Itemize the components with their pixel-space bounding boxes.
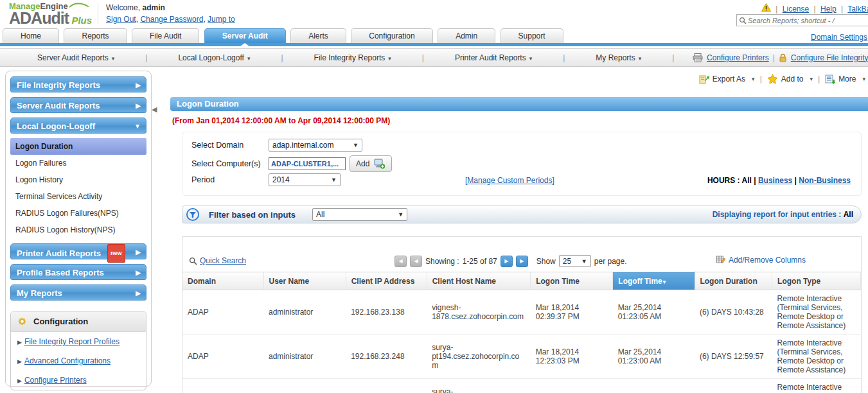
search-input[interactable]	[747, 16, 865, 25]
domain-settings-link[interactable]: Domain Settings	[811, 33, 867, 42]
help-link[interactable]: Help	[820, 4, 837, 13]
file-integrity-report-profiles-link[interactable]: File Integrity Report Profiles	[24, 337, 120, 346]
tab-home[interactable]: Home	[3, 28, 59, 43]
table-row[interactable]: ADAP administrator 192.168.23.248 surya-…	[182, 335, 861, 379]
warning-icon[interactable]	[761, 3, 771, 12]
configure-file-integrity-link[interactable]: Configure File Integrity	[791, 53, 868, 62]
export-as-label: Export As	[713, 74, 745, 83]
search-icon	[189, 257, 197, 265]
filter-select[interactable]: All	[312, 208, 407, 221]
page-size-select[interactable]: 25	[559, 255, 591, 267]
column-header-user-name[interactable]: User Name	[263, 272, 346, 290]
column-label: Logoff Time	[618, 277, 662, 286]
table-row[interactable]: ADAP administrator 192.168.23.248 surya-…	[182, 379, 861, 393]
tab-reports[interactable]: Reports	[64, 28, 127, 43]
cell-domain: ADAP	[182, 379, 263, 393]
column-header-logoff-time[interactable]: Logoff Time	[613, 272, 695, 290]
sidebar-accordion-file-integrity-reports[interactable]: File Integrity Reports	[10, 76, 146, 92]
chevron-right-icon	[136, 98, 141, 114]
change-password-link[interactable]: Change Password	[140, 15, 203, 24]
column-header-client-ip[interactable]: Client IP Address	[346, 272, 427, 290]
local-logon-logoff-items: Logon Duration Logon Failures Logon Hist…	[10, 138, 146, 238]
report-search-box[interactable]	[736, 14, 868, 26]
add-to-button[interactable]: Add to	[767, 74, 813, 84]
more-button[interactable]: More	[825, 74, 865, 84]
manage-custom-periods-link[interactable]: [Manage Custom Periods]	[465, 176, 554, 185]
accordion-label: File Integrity Reports	[17, 80, 100, 90]
sign-out-link[interactable]: Sign Out	[106, 15, 136, 24]
table-header-row: Domain User Name Client IP Address Clien…	[182, 272, 861, 290]
filter-bar: Filter based on inputs All Displaying re…	[182, 205, 862, 223]
config-link-row: File Integrity Report Profiles	[11, 332, 146, 351]
sidebar-item-logon-failures[interactable]: Logon Failures	[10, 155, 146, 171]
table-row[interactable]: ADAP administrator 192.168.23.138 vignes…	[182, 290, 861, 335]
subnav-printer-audit-reports[interactable]: Printer Audit Reports	[455, 53, 532, 62]
computers-input[interactable]	[269, 157, 346, 170]
tab-alerts[interactable]: Alerts	[290, 28, 346, 43]
column-header-domain[interactable]: Domain	[182, 272, 263, 290]
configure-printers-sidebar-link[interactable]: Configure Printers	[24, 376, 87, 385]
sidebar-item-terminal-services-activity[interactable]: Terminal Services Activity	[10, 188, 146, 205]
add-computer-button[interactable]: Add	[350, 155, 392, 172]
sidebar-accordion-printer-audit-reports[interactable]: Printer Audit Reportsnew	[10, 243, 146, 259]
hours-label: HOURS :	[707, 176, 740, 185]
column-header-logon-duration[interactable]: Logon Duration	[695, 272, 772, 290]
displaying-label: Displaying report for input entries :	[713, 210, 842, 219]
sidebar: File Integrity Reports Server Audit Repo…	[5, 71, 152, 387]
advanced-configurations-link[interactable]: Advanced Configurations	[24, 356, 111, 365]
tab-server-audit[interactable]: Server Audit	[204, 28, 286, 43]
more-list-icon	[825, 74, 835, 84]
next-page-button[interactable]	[500, 256, 513, 267]
prev-page-button[interactable]	[410, 256, 422, 267]
last-page-button[interactable]	[516, 256, 528, 267]
per-page-label: per page.	[594, 257, 627, 266]
hours-business-link[interactable]: Business	[758, 176, 792, 185]
subnav-my-reports[interactable]: My Reports	[596, 53, 641, 62]
sidebar-accordion-profile-based-reports[interactable]: Profile Based Reports	[10, 264, 146, 280]
cell-logon-time: Mar 18,2014 02:39:37 PM	[531, 290, 613, 335]
tab-configuration[interactable]: Configuration	[351, 28, 432, 43]
displaying-report-text: Displaying report for input entries : Al…	[713, 210, 853, 219]
separator	[795, 176, 797, 185]
tab-admin[interactable]: Admin	[438, 28, 495, 43]
tab-support[interactable]: Support	[500, 28, 563, 43]
chevron-right-icon	[136, 285, 141, 301]
column-header-logon-type[interactable]: Logon Type	[772, 272, 861, 290]
filter-funnel-icon	[186, 207, 200, 222]
subnav-file-integrity-reports[interactable]: File Integrity Reports	[314, 53, 391, 62]
column-header-logon-time[interactable]: Logon Time	[531, 272, 613, 290]
report-toolbar: Export As Add to More	[170, 72, 865, 86]
sidebar-item-radius-logon-failures[interactable]: RADIUS Logon Failures(NPS)	[10, 205, 146, 222]
sidebar-accordion-my-reports[interactable]: My Reports	[10, 284, 146, 301]
sidebar-item-logon-history[interactable]: Logon History	[10, 171, 146, 188]
chevron-right-icon	[136, 77, 141, 93]
license-link[interactable]: License	[783, 4, 809, 13]
hours-all-option[interactable]: All	[742, 176, 752, 185]
bullet-arrow-icon	[17, 358, 22, 365]
subnav-local-logon-logoff[interactable]: Local Logon-Logoff	[178, 53, 250, 62]
tab-file-audit[interactable]: File Audit	[132, 28, 199, 43]
sidebar-item-radius-logon-history[interactable]: RADIUS Logon History(NPS)	[10, 222, 146, 238]
domain-select[interactable]: adap.internal.com	[269, 139, 362, 152]
configuration-title: Configuration	[33, 317, 88, 326]
quick-search-button[interactable]: Quick Search	[189, 256, 246, 265]
configure-printers-link[interactable]: Configure Printers	[707, 53, 769, 62]
cell-logon-duration: -	[695, 379, 772, 393]
page-size-value: 25	[563, 257, 571, 266]
jump-to-link[interactable]: Jump to	[208, 15, 235, 24]
export-icon	[699, 74, 709, 84]
sidebar-accordion-local-logon-logoff[interactable]: Local Logon-Logoff	[10, 118, 146, 134]
cell-client-host: surya-pt194.csez.zohocorpin.com	[427, 379, 531, 393]
sidebar-collapse-handle[interactable]	[152, 96, 159, 122]
period-select[interactable]: 2014	[269, 173, 341, 186]
separator	[754, 176, 756, 185]
talkback-link[interactable]: TalkBack	[847, 4, 868, 13]
subnav-server-audit-reports[interactable]: Server Audit Reports	[37, 53, 114, 62]
hours-non-business-link[interactable]: Non-Business	[799, 176, 851, 185]
add-remove-columns-button[interactable]: Add/Remove Columns	[716, 256, 806, 265]
first-page-button[interactable]	[394, 256, 407, 267]
sidebar-item-logon-duration[interactable]: Logon Duration	[10, 138, 146, 155]
column-header-client-host[interactable]: Client Host Name	[427, 272, 531, 290]
export-as-button[interactable]: Export As	[699, 74, 755, 84]
sidebar-accordion-server-audit-reports[interactable]: Server Audit Reports	[10, 97, 146, 113]
